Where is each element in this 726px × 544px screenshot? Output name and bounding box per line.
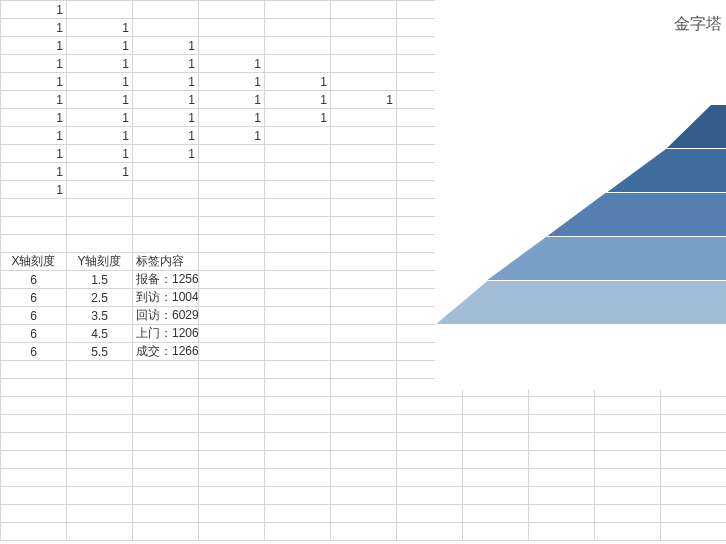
cell[interactable]: 标签内容 xyxy=(133,253,199,271)
cell[interactable]: 1 xyxy=(1,127,67,145)
cell[interactable] xyxy=(265,181,331,199)
cell[interactable] xyxy=(331,73,397,91)
cell[interactable] xyxy=(199,325,265,343)
cell[interactable] xyxy=(67,361,133,379)
cell[interactable] xyxy=(331,343,397,361)
cell[interactable] xyxy=(331,469,397,487)
cell[interactable] xyxy=(331,145,397,163)
cell[interactable]: 1 xyxy=(1,19,67,37)
cell[interactable] xyxy=(133,235,199,253)
cell[interactable] xyxy=(331,19,397,37)
cell[interactable] xyxy=(265,505,331,523)
cell[interactable] xyxy=(331,397,397,415)
cell[interactable] xyxy=(331,127,397,145)
cell[interactable]: 6 xyxy=(1,343,67,361)
cell[interactable]: 6 xyxy=(1,271,67,289)
cell[interactable] xyxy=(265,19,331,37)
cell[interactable] xyxy=(397,397,463,415)
cell[interactable] xyxy=(133,505,199,523)
cell[interactable] xyxy=(199,505,265,523)
cell[interactable]: 1 xyxy=(199,127,265,145)
cell[interactable]: 1 xyxy=(67,37,133,55)
cell[interactable] xyxy=(1,217,67,235)
cell[interactable] xyxy=(661,415,727,433)
cell[interactable]: 1 xyxy=(133,73,199,91)
cell[interactable] xyxy=(463,451,529,469)
cell[interactable]: 1 xyxy=(1,181,67,199)
cell[interactable] xyxy=(265,307,331,325)
cell[interactable]: 回访：6029 xyxy=(133,307,199,325)
cell[interactable] xyxy=(661,523,727,541)
cell[interactable] xyxy=(265,163,331,181)
cell[interactable] xyxy=(67,379,133,397)
cell[interactable] xyxy=(199,271,265,289)
cell[interactable]: Y轴刻度 xyxy=(67,253,133,271)
cell[interactable] xyxy=(199,361,265,379)
cell[interactable] xyxy=(67,415,133,433)
cell[interactable]: 1 xyxy=(133,145,199,163)
cell[interactable] xyxy=(595,415,661,433)
cell[interactable] xyxy=(331,163,397,181)
cell[interactable] xyxy=(1,199,67,217)
cell[interactable] xyxy=(529,451,595,469)
cell[interactable]: 1 xyxy=(265,91,331,109)
cell[interactable] xyxy=(133,181,199,199)
cell[interactable]: 4.5 xyxy=(67,325,133,343)
cell[interactable] xyxy=(595,451,661,469)
cell[interactable] xyxy=(529,415,595,433)
cell[interactable] xyxy=(331,217,397,235)
cell[interactable] xyxy=(265,469,331,487)
cell[interactable] xyxy=(133,433,199,451)
cell[interactable]: 成交：1266 xyxy=(133,343,199,361)
cell[interactable] xyxy=(331,487,397,505)
cell[interactable] xyxy=(199,181,265,199)
cell[interactable] xyxy=(661,397,727,415)
cell[interactable] xyxy=(529,433,595,451)
cell[interactable]: 1 xyxy=(67,91,133,109)
cell[interactable] xyxy=(133,379,199,397)
cell[interactable] xyxy=(133,397,199,415)
cell[interactable] xyxy=(199,469,265,487)
cell[interactable] xyxy=(133,487,199,505)
cell[interactable]: 1 xyxy=(1,37,67,55)
cell[interactable] xyxy=(265,217,331,235)
cell[interactable]: 1 xyxy=(1,145,67,163)
cell[interactable] xyxy=(265,253,331,271)
cell[interactable]: 1 xyxy=(1,91,67,109)
cell[interactable] xyxy=(67,181,133,199)
cell[interactable]: 1 xyxy=(1,1,67,19)
cell[interactable]: X轴刻度 xyxy=(1,253,67,271)
cell[interactable]: 1 xyxy=(133,127,199,145)
cell[interactable] xyxy=(463,415,529,433)
cell[interactable]: 1 xyxy=(133,37,199,55)
cell[interactable] xyxy=(133,469,199,487)
cell[interactable] xyxy=(199,1,265,19)
cell[interactable] xyxy=(331,325,397,343)
cell[interactable] xyxy=(67,217,133,235)
cell[interactable]: 报备：12560 xyxy=(133,271,199,289)
cell[interactable] xyxy=(529,397,595,415)
cell[interactable]: 2.5 xyxy=(67,289,133,307)
cell[interactable]: 1 xyxy=(199,55,265,73)
cell[interactable] xyxy=(397,487,463,505)
cell[interactable] xyxy=(463,487,529,505)
cell[interactable]: 到访：10048 xyxy=(133,289,199,307)
cell[interactable] xyxy=(199,433,265,451)
cell[interactable]: 1 xyxy=(265,73,331,91)
cell[interactable] xyxy=(661,469,727,487)
cell[interactable] xyxy=(199,343,265,361)
cell[interactable] xyxy=(331,37,397,55)
cell[interactable]: 3.5 xyxy=(67,307,133,325)
cell[interactable] xyxy=(331,1,397,19)
cell[interactable] xyxy=(331,289,397,307)
cell[interactable] xyxy=(133,361,199,379)
cell[interactable] xyxy=(595,487,661,505)
cell[interactable] xyxy=(265,55,331,73)
cell[interactable]: 1 xyxy=(67,109,133,127)
cell[interactable]: 1 xyxy=(133,55,199,73)
cell[interactable] xyxy=(265,199,331,217)
cell[interactable] xyxy=(67,433,133,451)
cell[interactable] xyxy=(265,271,331,289)
cell[interactable]: 1 xyxy=(331,91,397,109)
cell[interactable] xyxy=(265,523,331,541)
